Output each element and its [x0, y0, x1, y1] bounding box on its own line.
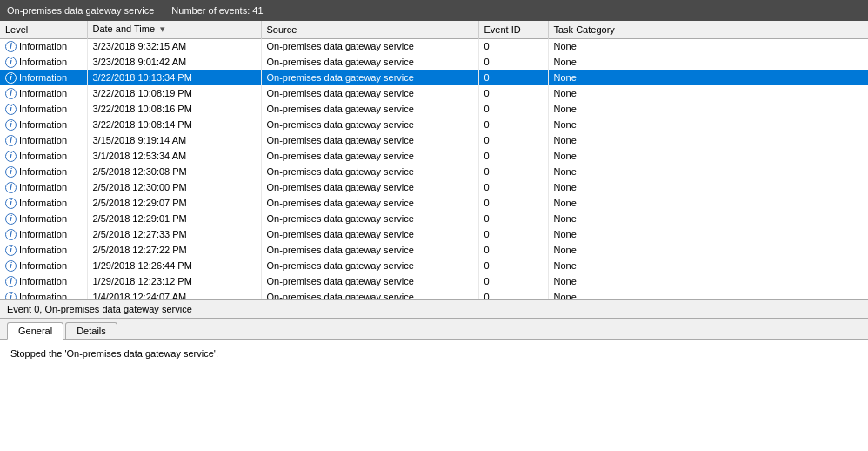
- table-row[interactable]: iInformation2/5/2018 12:30:08 PMOn-premi…: [0, 164, 868, 179]
- table-row[interactable]: iInformation2/5/2018 12:27:22 PMOn-premi…: [0, 242, 868, 258]
- cell-eventid: 0: [478, 148, 548, 164]
- table-row[interactable]: iInformation2/5/2018 12:29:01 PMOn-premi…: [0, 211, 868, 226]
- table-row[interactable]: iInformation3/22/2018 10:08:19 PMOn-prem…: [0, 85, 868, 101]
- table-header-row: Level Date and Time ▾ Source Event ID Ta…: [0, 21, 868, 38]
- cell-level: iInformation: [0, 117, 87, 132]
- table-row[interactable]: iInformation2/5/2018 12:29:07 PMOn-premi…: [0, 195, 868, 211]
- status-bar: Event 0, On-premises data gateway servic…: [0, 300, 868, 319]
- cell-eventid: 0: [478, 38, 548, 54]
- level-text: Information: [19, 292, 67, 300]
- table-row[interactable]: iInformation1/29/2018 12:26:44 PMOn-prem…: [0, 258, 868, 273]
- level-text: Information: [19, 57, 67, 67]
- cell-taskcategory: None: [548, 179, 868, 195]
- cell-eventid: 0: [478, 226, 548, 242]
- cell-level: iInformation: [0, 164, 87, 179]
- table-row[interactable]: iInformation3/22/2018 10:08:16 PMOn-prem…: [0, 101, 868, 117]
- table-row[interactable]: iInformation3/1/2018 12:53:34 AMOn-premi…: [0, 148, 868, 164]
- cell-taskcategory: None: [548, 226, 868, 242]
- level-text: Information: [19, 104, 67, 114]
- cell-eventid: 0: [478, 211, 548, 226]
- cell-source: On-premises data gateway service: [261, 179, 478, 195]
- cell-level: iInformation: [0, 258, 87, 273]
- status-text: Event 0, On-premises data gateway servic…: [7, 304, 192, 314]
- info-icon: i: [5, 72, 17, 84]
- cell-level: iInformation: [0, 85, 87, 101]
- cell-taskcategory: None: [548, 54, 868, 70]
- cell-taskcategory: None: [548, 289, 868, 300]
- cell-datetime: 2/5/2018 12:30:00 PM: [87, 179, 261, 195]
- cell-datetime: 3/22/2018 10:08:14 PM: [87, 117, 261, 132]
- cell-taskcategory: None: [548, 211, 868, 226]
- cell-taskcategory: None: [548, 258, 868, 273]
- cell-datetime: 2/5/2018 12:27:22 PM: [87, 242, 261, 258]
- table-body: iInformation3/23/2018 9:32:15 AMOn-premi…: [0, 38, 868, 300]
- col-header-taskcategory[interactable]: Task Category: [548, 21, 868, 38]
- sort-icon: ▾: [160, 24, 165, 35]
- cell-datetime: 2/5/2018 12:29:01 PM: [87, 211, 261, 226]
- info-icon: i: [5, 182, 17, 193]
- cell-level: iInformation: [0, 54, 87, 70]
- cell-eventid: 0: [478, 258, 548, 273]
- col-header-source[interactable]: Source: [261, 21, 478, 38]
- cell-eventid: 0: [478, 179, 548, 195]
- table-row[interactable]: iInformation2/5/2018 12:27:33 PMOn-premi…: [0, 226, 868, 242]
- cell-taskcategory: None: [548, 70, 868, 85]
- cell-source: On-premises data gateway service: [261, 242, 478, 258]
- cell-level: iInformation: [0, 179, 87, 195]
- window-title: On-premises data gateway service: [7, 5, 154, 16]
- info-icon: i: [5, 135, 17, 146]
- level-text: Information: [19, 41, 67, 51]
- event-description: Stopped the 'On-premises data gateway se…: [10, 347, 858, 361]
- level-text: Information: [19, 276, 67, 286]
- level-text: Information: [19, 119, 67, 130]
- table-row[interactable]: iInformation1/4/2018 12:24:07 AMOn-premi…: [0, 289, 868, 300]
- table-row[interactable]: iInformation3/15/2018 9:19:14 AMOn-premi…: [0, 132, 868, 148]
- cell-eventid: 0: [478, 54, 548, 70]
- cell-source: On-premises data gateway service: [261, 38, 478, 54]
- cell-eventid: 0: [478, 164, 548, 179]
- info-icon: i: [5, 41, 17, 52]
- cell-source: On-premises data gateway service: [261, 226, 478, 242]
- cell-source: On-premises data gateway service: [261, 70, 478, 85]
- col-header-level[interactable]: Level: [0, 21, 87, 38]
- cell-source: On-premises data gateway service: [261, 164, 478, 179]
- tab-general[interactable]: General: [7, 322, 63, 340]
- level-text: Information: [19, 198, 67, 208]
- col-header-datetime[interactable]: Date and Time ▾: [87, 21, 261, 38]
- info-icon: i: [5, 229, 17, 240]
- cell-datetime: 3/23/2018 9:01:42 AM: [87, 54, 261, 70]
- cell-source: On-premises data gateway service: [261, 101, 478, 117]
- cell-eventid: 0: [478, 242, 548, 258]
- info-icon: i: [5, 88, 17, 99]
- cell-eventid: 0: [478, 85, 548, 101]
- cell-datetime: 3/22/2018 10:08:19 PM: [87, 85, 261, 101]
- col-header-eventid[interactable]: Event ID: [478, 21, 548, 38]
- table-row[interactable]: iInformation3/23/2018 9:32:15 AMOn-premi…: [0, 38, 868, 54]
- info-icon: i: [5, 119, 17, 131]
- cell-datetime: 3/1/2018 12:53:34 AM: [87, 148, 261, 164]
- info-icon: i: [5, 166, 17, 178]
- cell-eventid: 0: [478, 289, 548, 300]
- cell-eventid: 0: [478, 101, 548, 117]
- cell-source: On-premises data gateway service: [261, 211, 478, 226]
- table-row[interactable]: iInformation2/5/2018 12:30:00 PMOn-premi…: [0, 179, 868, 195]
- level-text: Information: [19, 151, 67, 161]
- tab-details[interactable]: Details: [65, 322, 117, 339]
- cell-datetime: 3/15/2018 9:19:14 AM: [87, 132, 261, 148]
- events-table-container[interactable]: Level Date and Time ▾ Source Event ID Ta…: [0, 21, 868, 300]
- table-row[interactable]: iInformation3/22/2018 10:13:34 PMOn-prem…: [0, 70, 868, 85]
- cell-level: iInformation: [0, 273, 87, 289]
- table-row[interactable]: iInformation1/29/2018 12:23:12 PMOn-prem…: [0, 273, 868, 289]
- cell-taskcategory: None: [548, 132, 868, 148]
- cell-source: On-premises data gateway service: [261, 132, 478, 148]
- cell-source: On-premises data gateway service: [261, 289, 478, 300]
- table-row[interactable]: iInformation3/23/2018 9:01:42 AMOn-premi…: [0, 54, 868, 70]
- info-icon: i: [5, 260, 17, 272]
- cell-taskcategory: None: [548, 273, 868, 289]
- cell-eventid: 0: [478, 273, 548, 289]
- tab-content-general: Stopped the 'On-premises data gateway se…: [0, 340, 868, 451]
- cell-source: On-premises data gateway service: [261, 258, 478, 273]
- level-text: Information: [19, 135, 67, 145]
- level-text: Information: [19, 72, 67, 83]
- table-row[interactable]: iInformation3/22/2018 10:08:14 PMOn-prem…: [0, 117, 868, 132]
